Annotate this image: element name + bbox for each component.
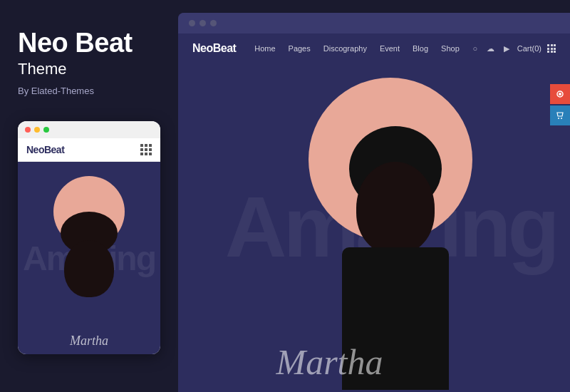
nav-home: Home <box>254 44 275 53</box>
desktop-preview: NeoBeat Home Pages Discography Event Blo… <box>178 13 570 392</box>
search-icon: ○ <box>470 43 480 53</box>
svg-point-3 <box>561 118 562 119</box>
mobile-person <box>46 212 132 354</box>
theme-title: Neo Beat <box>18 29 157 58</box>
floating-buttons <box>550 84 570 125</box>
nav-discography: Discography <box>323 44 367 53</box>
nav-blog: Blog <box>413 44 428 53</box>
nav-pages: Pages <box>289 44 311 53</box>
mobile-browser-bar <box>18 121 160 138</box>
nav-event: Event <box>380 44 400 53</box>
desktop-dot-3 <box>210 20 217 26</box>
mobile-dot-yellow <box>34 127 40 133</box>
mobile-preview: NeoBeat Amazing Martha <box>18 121 160 354</box>
desktop-nav: NeoBeat Home Pages Discography Event Blo… <box>178 33 570 63</box>
desktop-nav-links: Home Pages Discography Event Blog Shop <box>254 44 460 53</box>
desktop-content: Amazing Martha <box>178 63 570 390</box>
mobile-dot-red <box>25 127 31 133</box>
mobile-grid-icon <box>140 144 152 155</box>
float-btn-blue[interactable] <box>550 105 570 125</box>
person-head <box>64 240 114 297</box>
desktop-dot-2 <box>200 20 206 26</box>
cloud-icon: ☁ <box>486 43 496 53</box>
camera-icon <box>556 90 564 98</box>
mobile-logo: NeoBeat <box>26 144 64 155</box>
desktop-dot-1 <box>189 20 195 26</box>
desktop-nav-icons: ○ ☁ ▶ Cart(0) <box>470 43 556 53</box>
desktop-script-text: Martha <box>276 341 383 383</box>
float-btn-red[interactable] <box>550 84 570 104</box>
theme-subtitle: Theme <box>18 60 157 78</box>
mobile-script-text: Martha <box>70 334 108 349</box>
mobile-dot-green <box>43 127 49 133</box>
theme-author: By Elated-Themes <box>18 86 157 96</box>
video-icon: ▶ <box>502 43 512 53</box>
grid-menu-icon <box>547 44 556 53</box>
cart-icon <box>556 111 564 120</box>
nav-shop: Shop <box>441 44 460 53</box>
svg-point-1 <box>559 93 561 96</box>
desktop-person-head <box>356 162 435 254</box>
mobile-nav: NeoBeat <box>18 138 160 162</box>
svg-point-2 <box>558 118 559 119</box>
desktop-browser-bar <box>178 13 570 33</box>
left-panel: Neo Beat Theme By Elated-Themes NeoBeat <box>0 0 175 392</box>
desktop-logo: NeoBeat <box>192 42 236 55</box>
mobile-content: Amazing Martha <box>18 162 160 354</box>
cart: Cart(0) <box>517 44 542 53</box>
